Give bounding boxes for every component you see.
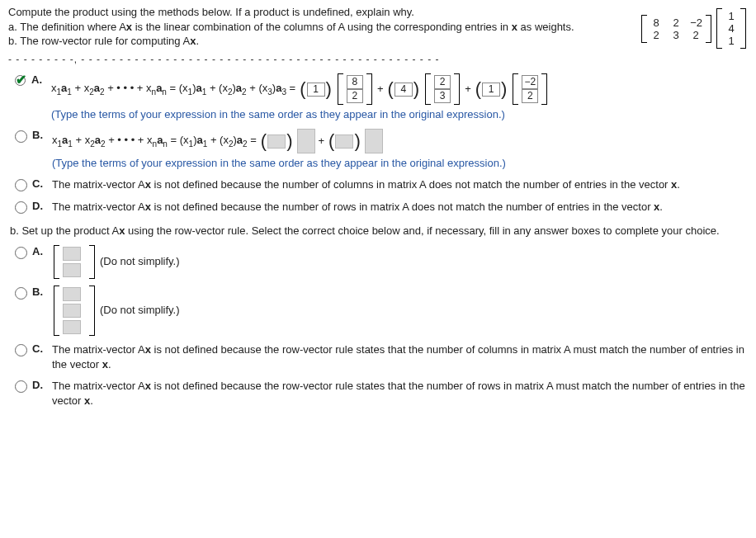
text-bC: The matrix-vector Ax is not defined beca… xyxy=(52,342,748,372)
col1: 82 xyxy=(338,73,372,105)
stem-text: Compute the product using the methods be… xyxy=(8,5,640,49)
input-c2-1[interactable]: 3 xyxy=(434,89,451,103)
input-bv2 xyxy=(365,129,383,153)
result-bB xyxy=(54,286,95,336)
input-bs2 xyxy=(335,134,353,149)
label-aD: D. xyxy=(32,200,47,212)
radio-aD[interactable] xyxy=(15,201,27,214)
A-1-2: 2 xyxy=(690,29,702,41)
text-aD: The matrix-vector Ax is not defined beca… xyxy=(52,200,748,215)
stem-line1: Compute the product using the methods be… xyxy=(8,6,414,18)
label-aA: A. xyxy=(31,73,46,86)
x-0: 1 xyxy=(725,10,737,22)
input-bv1 xyxy=(297,129,315,153)
label-aC: C. xyxy=(32,177,47,190)
x-1: 4 xyxy=(725,22,737,35)
col3: −22 xyxy=(513,73,547,105)
input-c1-0[interactable]: 8 xyxy=(347,75,363,89)
option-a-B[interactable]: B. x1a1 + x2a2 + • • • + xnan = (x1)a1 +… xyxy=(15,129,748,171)
lead-aB: x1a1 + x2a2 + • • • + xnan = (x1)a1 + (x… xyxy=(52,133,257,150)
input-bB-1 xyxy=(63,304,81,318)
matrix-A: 82−2 232 xyxy=(641,15,711,43)
col2: 23 xyxy=(425,73,460,105)
option-b-B[interactable]: B. (Do not simplify.) xyxy=(15,286,748,336)
option-b-A[interactable]: A. (Do not simplify.) xyxy=(15,245,748,279)
vector-x: 1 4 1 xyxy=(716,8,746,49)
input-s3[interactable]: 1 xyxy=(482,83,500,97)
label-bC: C. xyxy=(32,342,47,355)
eq-aA: x1a1 + x2a2 + • • • + xnan = (x1)a1 + (x… xyxy=(51,73,748,105)
stem-matrices: 82−2 232 1 4 1 xyxy=(640,8,748,49)
part-a-options: A. x1a1 + x2a2 + • • • + xnan = (x1)a1 +… xyxy=(8,73,748,215)
input-bs1 xyxy=(267,134,286,149)
radio-bD[interactable] xyxy=(15,380,27,393)
radio-bA[interactable] xyxy=(15,247,27,259)
stem-lineA: a. The definition where Ax is the linear… xyxy=(8,21,574,33)
input-c3-0[interactable]: −2 xyxy=(522,75,538,89)
lead-aA: x1a1 + x2a2 + • • • + xnan = (x1)a1 + (x… xyxy=(51,81,295,98)
input-bB-2 xyxy=(63,320,81,334)
after-bA: (Do not simplify.) xyxy=(100,254,180,269)
A-1-1: 3 xyxy=(670,29,682,41)
input-s1[interactable]: 1 xyxy=(307,83,325,97)
A-0-1: 2 xyxy=(670,17,682,29)
input-bA-0 xyxy=(63,247,81,261)
option-a-C[interactable]: C. The matrix-vector Ax is not defined b… xyxy=(15,177,748,192)
A-1-0: 2 xyxy=(650,29,662,41)
plus1: + xyxy=(377,82,384,97)
input-c1-1[interactable]: 2 xyxy=(347,89,363,103)
radio-aA-checked-correct-icon[interactable] xyxy=(15,75,26,87)
hint-aA: (Type the terms of your expression in th… xyxy=(51,107,748,122)
stem-lineB: b. The row-vector rule for computing Ax. xyxy=(8,35,199,47)
text-aC: The matrix-vector Ax is not defined beca… xyxy=(52,177,748,192)
radio-aB[interactable] xyxy=(15,130,27,143)
label-bA: A. xyxy=(32,245,47,257)
input-bA-1 xyxy=(63,263,81,277)
input-s2[interactable]: 4 xyxy=(395,83,413,97)
x-2: 1 xyxy=(725,35,737,47)
hint-aB: (Type the terms of your expression in th… xyxy=(52,156,748,171)
text-bD: The matrix-vector Ax is not defined beca… xyxy=(52,379,748,408)
radio-aC[interactable] xyxy=(15,179,27,191)
label-bB: B. xyxy=(32,286,47,298)
result-bA xyxy=(54,245,95,279)
plus2: + xyxy=(465,82,471,97)
A-0-2: −2 xyxy=(690,17,702,29)
radio-bC[interactable] xyxy=(15,344,27,356)
plus-b: + xyxy=(319,134,325,149)
input-bB-0 xyxy=(63,287,81,301)
input-c2-0[interactable]: 2 xyxy=(434,75,451,89)
option-a-D[interactable]: D. The matrix-vector Ax is not defined b… xyxy=(15,200,748,215)
A-0-0: 8 xyxy=(650,17,662,29)
eq-aB: x1a1 + x2a2 + • • • + xnan = (x1)a1 + (x… xyxy=(52,129,748,153)
part-b-options: A. (Do not simplify.) B. xyxy=(8,245,748,409)
radio-bB[interactable] xyxy=(15,287,27,300)
input-c3-1[interactable]: 2 xyxy=(522,89,538,103)
option-a-A[interactable]: A. x1a1 + x2a2 + • • • + xnan = (x1)a1 +… xyxy=(15,73,748,122)
question-stem: Compute the product using the methods be… xyxy=(8,5,748,49)
after-bB: (Do not simplify.) xyxy=(100,303,180,318)
cutoff-line: - - - - - - - - -, - - - - - - - - - - -… xyxy=(8,54,748,65)
option-b-D[interactable]: D. The matrix-vector Ax is not defined b… xyxy=(15,379,748,408)
label-bD: D. xyxy=(32,379,47,391)
label-aB: B. xyxy=(32,129,47,141)
option-b-C[interactable]: C. The matrix-vector Ax is not defined b… xyxy=(15,342,748,372)
part-b-title: b. Set up the product Ax using the row-v… xyxy=(10,224,746,237)
